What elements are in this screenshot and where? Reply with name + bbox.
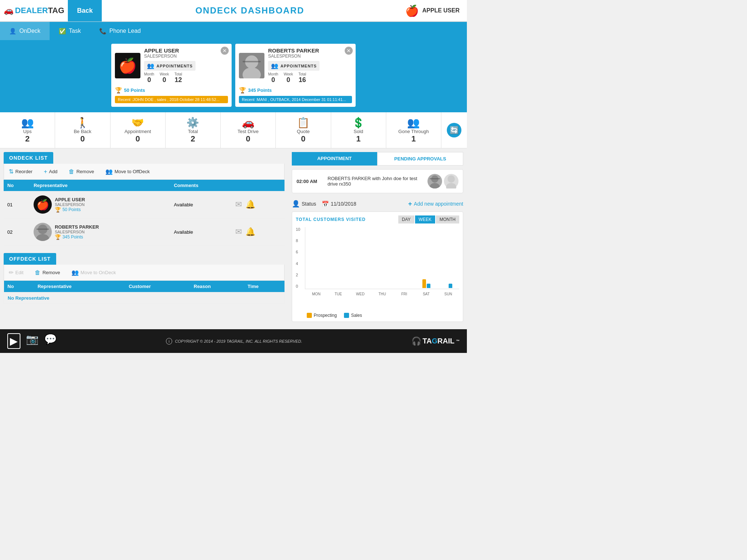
- card1-appt-icon: 👥: [147, 62, 154, 69]
- cards-area: ✕ 🍎 APPLE USER SALESPERSON 👥 APPOINTMENT…: [0, 40, 467, 112]
- stat-be-back: 🚶 Be Back 0: [55, 112, 110, 148]
- status-label: Status: [302, 201, 316, 207]
- card2-role: SALESPERSON: [268, 54, 320, 59]
- card1-avatar: 🍎: [115, 53, 140, 78]
- add-new-appointment-button[interactable]: + Add new appointment: [408, 200, 463, 208]
- row2-actions: ✉ 🔔: [232, 218, 285, 246]
- offdeck-list-title: OFFDECK LIST: [4, 253, 56, 265]
- chart-y-axis: 0 2 4 6 8 10: [296, 227, 305, 289]
- task-icon: ✅: [59, 28, 66, 35]
- card2-close-button[interactable]: ✕: [345, 47, 353, 55]
- move-to-offdeck-button[interactable]: 👥 Move to OffDeck: [102, 167, 153, 176]
- card2-recent: Recent :MANI , OUTBACK, 2014 December 31…: [239, 96, 352, 103]
- total-value: 2: [191, 134, 195, 144]
- video-icon[interactable]: ▶: [7, 333, 20, 349]
- card1-total-label: Total: [174, 72, 182, 76]
- reorder-button[interactable]: ⇅ Reorder: [6, 167, 35, 176]
- row2-trophy-icon: 🏆: [55, 234, 61, 240]
- svg-rect-5: [36, 229, 49, 230]
- offdeck-col-no: No: [4, 281, 34, 292]
- appt-avatar-1: [427, 174, 442, 188]
- offdeck-remove-button[interactable]: 🗑 Remove: [32, 268, 63, 277]
- tab-ondeck-label: OnDeck: [19, 28, 40, 34]
- chart-week-button[interactable]: WEEK: [415, 215, 435, 223]
- tab-ondeck[interactable]: 👤 OnDeck: [0, 22, 50, 40]
- row1-bell-icon[interactable]: 🔔: [245, 200, 255, 209]
- card1-name: APPLE USER: [144, 47, 196, 54]
- row2-message-icon[interactable]: ✉: [235, 227, 242, 237]
- test-drive-icon: 🚗: [242, 117, 255, 129]
- remove-button[interactable]: 🗑 Remove: [66, 167, 97, 176]
- tab-pending-approvals[interactable]: PENDING APPROVALS: [377, 152, 463, 166]
- day-label-thu: THU: [379, 292, 386, 296]
- card2-avatar: [239, 53, 264, 78]
- card1-total-value: 12: [174, 76, 182, 84]
- row1-message-icon[interactable]: ✉: [235, 200, 242, 209]
- stat-gone-through: 👥 Gone Through 1: [386, 112, 441, 148]
- offdeck-table: No Representative Customer Reason Time N…: [4, 281, 285, 304]
- phone-lead-icon: 📞: [99, 28, 107, 35]
- offdeck-col-time: Time: [244, 281, 285, 292]
- no-rep-label: No Representative: [4, 292, 285, 304]
- calendar-icon: 📅: [322, 201, 329, 207]
- day-label-mon: MON: [312, 292, 320, 296]
- card2-trophy-icon: 🏆: [239, 87, 246, 94]
- offdeck-col-customer: Customer: [125, 281, 190, 292]
- row2-bell-icon[interactable]: 🔔: [245, 227, 255, 237]
- tab-phone-lead[interactable]: 📞 Phone Lead: [90, 22, 150, 40]
- ondeck-list-section: ONDECK LIST ⇅ Reorder + Add 🗑 Remove 👥 M…: [4, 152, 285, 246]
- row1-name: APPLE USER: [55, 197, 85, 202]
- edit-label: Edit: [15, 270, 23, 275]
- apple-logo-icon: 🍎: [405, 4, 419, 17]
- chart-day-thu: THU: [371, 227, 393, 289]
- row1-trophy-icon: 🏆: [55, 207, 61, 213]
- add-icon: +: [44, 168, 47, 175]
- offdeck-col-reason: Reason: [190, 281, 244, 292]
- tagrail-logo-icon: 🎧: [411, 337, 421, 346]
- edit-button[interactable]: ✏ Edit: [6, 268, 26, 277]
- refresh-button[interactable]: 🔄: [441, 112, 467, 148]
- sold-icon: 💲: [352, 117, 365, 129]
- status-date: 11/10/2018: [331, 201, 356, 207]
- chart-month-button[interactable]: MONTH: [436, 215, 459, 223]
- chart-day-sat: SAT: [415, 227, 437, 289]
- row1-rep: 🍎 APPLE USER SALESPERSON 🏆 50 Points: [30, 191, 170, 218]
- camera-icon[interactable]: 📷: [26, 333, 39, 349]
- day-label-sun: SUN: [444, 292, 452, 296]
- no-rep-row: No Representative: [4, 292, 285, 304]
- offdeck-list-section: OFFDECK LIST ✏ Edit 🗑 Remove 👥 Move to O…: [4, 253, 285, 304]
- add-button[interactable]: + Add: [41, 167, 60, 176]
- salesperson-card-2: ✕ ROBERTS PARKER SALESPERSON 👥 APPOINTME…: [235, 44, 356, 107]
- ups-label: Ups: [23, 129, 32, 134]
- ondeck-icon: 👤: [9, 28, 16, 35]
- chat-icon[interactable]: 💬: [44, 333, 57, 349]
- row2-avatar: [34, 223, 52, 241]
- card1-trophy-icon: 🏆: [115, 87, 122, 94]
- stat-appointment: 🤝 Appointment 0: [111, 112, 166, 148]
- chart-day-button[interactable]: DAY: [398, 215, 414, 223]
- card1-month-value: 0: [144, 76, 154, 84]
- be-back-icon: 🚶: [76, 117, 89, 129]
- quote-value: 0: [301, 134, 305, 144]
- quote-icon: 📋: [297, 117, 310, 129]
- info-icon: i: [166, 338, 172, 345]
- stat-quote: 📋 Quote 0: [276, 112, 331, 148]
- svg-rect-8: [430, 178, 440, 179]
- card1-close-button[interactable]: ✕: [221, 47, 229, 55]
- appt-time: 02:00 AM: [297, 179, 324, 184]
- tab-task[interactable]: ✅ Task: [50, 22, 90, 40]
- row1-actions: ✉ 🔔: [232, 191, 285, 218]
- back-button[interactable]: Back: [68, 0, 102, 22]
- move-to-ondeck-button[interactable]: 👥 Move to OnDeck: [69, 268, 119, 277]
- gone-through-label: Gone Through: [398, 129, 429, 134]
- logo-dealer: DEALER: [15, 6, 48, 15]
- footer-icons: ▶ 📷 💬: [7, 333, 57, 349]
- col-representative: Representative: [30, 180, 170, 191]
- card2-name: ROBERTS PARKER: [268, 47, 320, 54]
- header-user-name: APPLE USER: [422, 7, 460, 14]
- col-comments: Comments: [170, 180, 232, 191]
- tab-appointment[interactable]: APPOINTMENT: [292, 152, 377, 166]
- ondeck-table: No Representative Comments 01 🍎: [4, 180, 285, 246]
- reorder-icon: ⇅: [9, 168, 13, 175]
- footer-logo: 🎧 TAGRAIL ™: [411, 337, 460, 346]
